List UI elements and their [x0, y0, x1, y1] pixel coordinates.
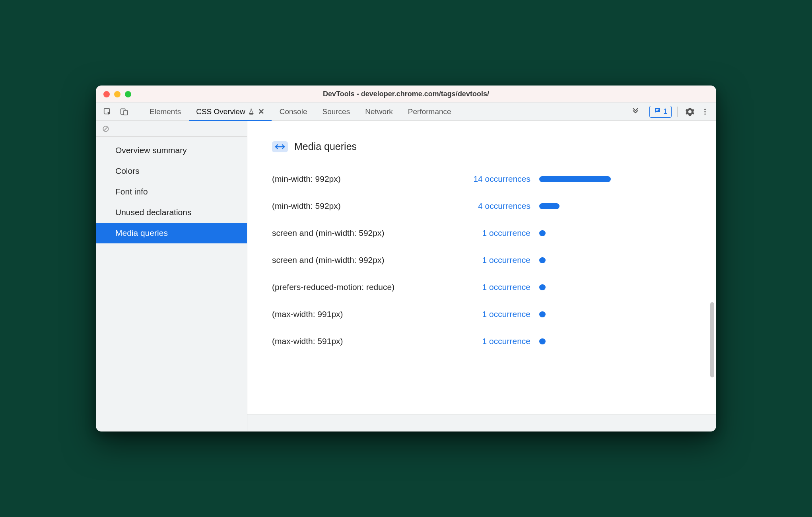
experimental-flask-icon: [248, 108, 255, 115]
section-title: Media queries: [294, 141, 357, 152]
panel-tabs: Elements CSS Overview ✕ Console Sources …: [135, 103, 458, 121]
tab-performance[interactable]: Performance: [401, 103, 458, 121]
occurrences-bar: [539, 338, 546, 344]
traffic-lights: [103, 91, 131, 97]
close-tab-icon[interactable]: ✕: [258, 107, 264, 116]
media-queries-icon: [272, 141, 288, 152]
sidebar-item-colors[interactable]: Colors: [96, 161, 247, 181]
occurrences-link[interactable]: 1 occurrence: [455, 255, 530, 265]
inspect-element-icon[interactable]: [100, 105, 115, 119]
occurrences-link[interactable]: 1 occurrence: [455, 309, 530, 319]
occurrences-link[interactable]: 14 occurrences: [455, 174, 530, 184]
tab-network[interactable]: Network: [358, 103, 400, 121]
occurrences-bar: [539, 230, 546, 236]
occurrences-link[interactable]: 1 occurrence: [455, 228, 530, 238]
media-query-expression: (max-width: 991px): [272, 309, 455, 319]
issues-count: 1: [663, 107, 667, 116]
sidebar-item-unused-declarations[interactable]: Unused declarations: [96, 202, 247, 223]
tab-label: Console: [280, 107, 307, 116]
svg-rect-4: [656, 110, 658, 111]
minimize-window-button[interactable]: [114, 91, 120, 97]
occurrences-bar: [539, 284, 546, 290]
media-query-expression: (min-width: 592px): [272, 201, 455, 211]
occurrences-bar-cell: [530, 176, 611, 182]
sidebar-item-label: Unused declarations: [115, 208, 191, 217]
occurrences-link[interactable]: 4 occurrences: [455, 201, 530, 211]
toolbar-divider: [677, 107, 678, 117]
occurrences-link[interactable]: 1 occurrence: [455, 282, 530, 292]
drawer-strip: [247, 414, 716, 431]
media-query-row: (min-width: 992px)14 occurrences: [272, 171, 691, 187]
issues-icon: [654, 107, 661, 116]
scrollbar[interactable]: [710, 123, 714, 412]
device-toolbar-icon[interactable]: [117, 105, 131, 119]
zoom-window-button[interactable]: [125, 91, 131, 97]
svg-rect-3: [656, 109, 659, 110]
devtools-toolbar: Elements CSS Overview ✕ Console Sources …: [96, 103, 716, 121]
occurrences-bar-cell: [530, 257, 546, 263]
svg-rect-2: [124, 110, 127, 115]
media-query-row: screen and (min-width: 992px)1 occurrenc…: [272, 252, 691, 268]
sidebar-item-font-info[interactable]: Font info: [96, 181, 247, 202]
occurrences-bar-cell: [530, 203, 559, 209]
media-query-expression: (min-width: 992px): [272, 174, 455, 184]
media-query-row: (min-width: 592px)4 occurrences: [272, 198, 691, 214]
clear-overview-icon[interactable]: [96, 121, 247, 137]
occurrences-bar-cell: [530, 284, 546, 290]
sidebar-item-overview-summary[interactable]: Overview summary: [96, 140, 247, 161]
media-query-row: (prefers-reduced-motion: reduce)1 occurr…: [272, 279, 691, 295]
close-window-button[interactable]: [103, 91, 110, 97]
tab-css-overview[interactable]: CSS Overview ✕: [189, 103, 272, 121]
occurrences-bar: [539, 257, 546, 263]
sidebar-item-label: Media queries: [115, 228, 168, 237]
media-query-row: screen and (min-width: 592px)1 occurrenc…: [272, 225, 691, 241]
sidebar-item-label: Font info: [115, 187, 148, 196]
titlebar: DevTools - developer.chrome.com/tags/dev…: [96, 86, 716, 103]
more-tabs-chevron-icon[interactable]: [626, 103, 645, 121]
svg-point-7: [704, 113, 705, 115]
window-title: DevTools - developer.chrome.com/tags/dev…: [96, 90, 716, 98]
media-query-expression: screen and (min-width: 992px): [272, 255, 455, 265]
tab-elements[interactable]: Elements: [142, 103, 188, 121]
occurrences-bar: [539, 311, 546, 317]
media-query-expression: (prefers-reduced-motion: reduce): [272, 282, 455, 292]
occurrences-bar-cell: [530, 230, 546, 236]
occurrences-bar: [539, 203, 559, 209]
occurrences-bar: [539, 176, 611, 182]
tab-label: Elements: [150, 107, 181, 116]
occurrences-bar-cell: [530, 311, 546, 317]
media-query-expression: (max-width: 591px): [272, 336, 455, 346]
settings-gear-icon[interactable]: [683, 105, 697, 119]
tab-sources[interactable]: Sources: [315, 103, 357, 121]
main-panel: Media queries (min-width: 992px)14 occur…: [247, 121, 716, 431]
tab-label: Sources: [322, 107, 350, 116]
more-options-kebab-icon[interactable]: [698, 105, 712, 119]
sidebar-item-label: Overview summary: [115, 146, 187, 155]
media-query-row: (max-width: 591px)1 occurrence: [272, 333, 691, 350]
css-overview-sidebar: Overview summary Colors Font info Unused…: [96, 121, 247, 431]
tab-label: Performance: [408, 107, 451, 116]
sidebar-item-media-queries[interactable]: Media queries: [96, 223, 247, 243]
scrollbar-thumb[interactable]: [710, 302, 714, 377]
issues-badge[interactable]: 1: [649, 106, 672, 118]
tab-label: CSS Overview: [196, 107, 245, 116]
devtools-window: DevTools - developer.chrome.com/tags/dev…: [96, 86, 716, 431]
tab-console[interactable]: Console: [272, 103, 315, 121]
sidebar-item-label: Colors: [115, 166, 140, 175]
media-query-expression: screen and (min-width: 592px): [272, 228, 455, 238]
occurrences-bar-cell: [530, 338, 546, 344]
svg-point-5: [704, 109, 705, 110]
tab-label: Network: [365, 107, 393, 116]
occurrences-link[interactable]: 1 occurrence: [455, 336, 530, 346]
svg-point-6: [704, 111, 705, 112]
media-query-row: (max-width: 991px)1 occurrence: [272, 306, 691, 323]
svg-line-9: [104, 127, 108, 131]
